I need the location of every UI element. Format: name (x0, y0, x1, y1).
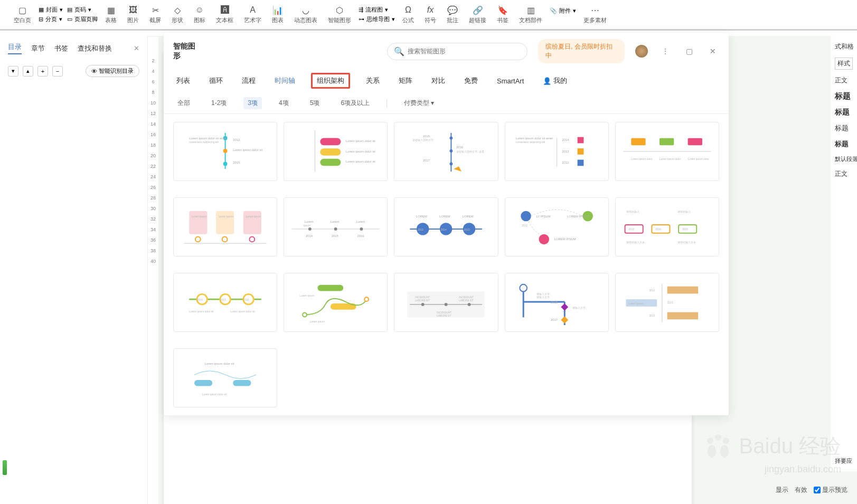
search-input[interactable] (408, 47, 521, 55)
more-button[interactable]: ⋯更多素材 (580, 3, 610, 26)
cat-process[interactable]: 流程 (239, 74, 259, 88)
smart-button[interactable]: ⬡智能图形 (325, 3, 354, 26)
cat-list[interactable]: 列表 (173, 74, 193, 88)
search-box[interactable]: 🔍 (387, 43, 528, 60)
filter-3[interactable]: 3项 (243, 97, 262, 109)
template-thumb[interactable]: 201320142015LOREMLOREMLOREM (394, 197, 498, 256)
wordart-button[interactable]: A艺术字 (241, 3, 265, 26)
screenshot-button[interactable]: ✂截屏 (146, 3, 164, 26)
cover-button[interactable]: ▦封面▾ (39, 6, 63, 14)
template-thumb[interactable]: Lorem ipsum dolor sit ametconsectetur ad… (173, 122, 277, 181)
svg-rect-127 (667, 287, 698, 294)
hf-button[interactable]: ▭页眉页脚 (67, 15, 98, 23)
filter-all[interactable]: 全部 (173, 97, 194, 109)
template-thumb[interactable]: Lorem ipsum dolor sit ametconsectetur ad… (505, 122, 609, 181)
svg-text:LABORE ET: LABORE ET (437, 315, 451, 317)
style-title2[interactable]: 标题 (835, 108, 853, 117)
hyperlink-button[interactable]: 🔗超链接 (466, 3, 489, 26)
sidebar-tab-chapter[interactable]: 章节 (31, 44, 45, 53)
dropdown-icon: ▾ (60, 6, 63, 13)
sidebar-tab-toc[interactable]: 目录 (8, 42, 22, 54)
preview-checkbox[interactable]: 显示预览 (814, 486, 847, 495)
template-thumb[interactable]: 201420152016Lorem ipsum dolor sitLorem i… (173, 273, 277, 332)
style-body[interactable]: 正文 (835, 76, 853, 85)
chart-button[interactable]: 📊图表 (269, 3, 287, 26)
split-button[interactable]: ⊟分页▾ (39, 15, 63, 23)
blank-page-button[interactable]: ▢ 空白页 (11, 3, 34, 26)
textbox-icon: 🅰 (220, 5, 230, 15)
cat-mine[interactable]: 👤我的 (540, 74, 570, 88)
paytype-dropdown[interactable]: 付费类型 ▾ (400, 97, 438, 109)
pic-button[interactable]: 🖼图片 (124, 3, 142, 26)
svg-text:LOREM IPSUM: LOREM IPSUM (554, 237, 576, 241)
style-title3[interactable]: 标题 (835, 123, 853, 133)
template-thumb[interactable]: 2015这处输入您的文字2016这处输入您的文字, 这是2017 (394, 122, 498, 181)
panel-more-button[interactable]: ⋮ (658, 47, 672, 55)
flowchart-button[interactable]: ⇶流程图▾ (359, 6, 395, 14)
template-thumb[interactable]: Lorem ipsumLorem ipsumLorem ipsum (173, 197, 277, 256)
remove-button[interactable]: − (52, 66, 63, 77)
svg-rect-28 (577, 160, 583, 166)
style-title4[interactable]: 标题 (835, 139, 853, 149)
filter-5[interactable]: 5项 (306, 97, 324, 109)
template-thumb[interactable]: 请输入文字,请输入文字.2015请输入文字,2017 (505, 273, 609, 332)
svg-text:LABORE ET: LABORE ET (415, 299, 429, 302)
template-thumb[interactable]: Lorem ipsumLorem ipsum (284, 273, 388, 332)
svg-text:2015: 2015 (220, 299, 226, 301)
comment-button[interactable]: 💬批注 (444, 3, 462, 26)
attach-button[interactable]: 📎附件▾ (550, 7, 576, 15)
panel-header: 智能图形 🔍 缤纷夏日, 会员限时折扣中 ⋮ ▢ ✕ (164, 33, 729, 70)
icon-button[interactable]: ☺图标 (191, 3, 209, 26)
filter-4[interactable]: 4项 (275, 97, 293, 109)
filter-6plus[interactable]: 6项及以上 (336, 97, 374, 109)
cat-compare[interactable]: 对比 (428, 74, 448, 88)
template-thumb[interactable]: LoremipsumLoremLorem201420152016 (284, 197, 388, 256)
filter-12[interactable]: 1-2项 (207, 97, 231, 109)
add-button[interactable]: + (37, 66, 48, 77)
sidebar-tab-find[interactable]: 查找和替换 (78, 44, 112, 53)
expand-button[interactable]: ▴ (23, 66, 33, 77)
cat-orgchart[interactable]: 组织架构 (311, 73, 350, 89)
recognize-toc-button[interactable]: 👁智能识别目录 (86, 65, 139, 77)
mindmap-button[interactable]: ⊶思维导图▾ (359, 15, 395, 23)
cat-free[interactable]: 免费 (461, 74, 481, 88)
template-thumb[interactable]: INCIDIDUNTLABORE ETINCIDIDUNTLABORE ETIN… (394, 273, 498, 332)
promo-badge[interactable]: 缤纷夏日, 会员限时折扣中 (538, 39, 625, 63)
template-thumb[interactable]: Lorem ipsum dolorLorem ipsum dolorLorem … (615, 122, 719, 181)
bookmark-button[interactable]: 🔖书签 (494, 3, 512, 26)
panel-max-button[interactable]: ▢ (683, 47, 696, 55)
cat-cycle[interactable]: 循环 (206, 74, 226, 88)
cat-matrix[interactable]: 矩阵 (395, 74, 416, 88)
collapse-button[interactable]: ▾ (8, 66, 18, 77)
style-title1[interactable]: 标题 (835, 91, 853, 101)
pagenum-button[interactable]: ▤页码▾ (67, 6, 98, 14)
textbox-button[interactable]: 🅰文本框 (213, 3, 237, 26)
template-thumb[interactable]: 201220132015Lorem ipsum (615, 273, 719, 332)
style-body2[interactable]: 正文 (835, 169, 853, 178)
effective-label[interactable]: 有效 (795, 486, 807, 495)
docpart-button[interactable]: ▥文档部件 (516, 3, 545, 26)
sidebar-close-button[interactable]: ✕ (134, 44, 139, 52)
style-style[interactable]: 样式 (835, 58, 853, 70)
template-thumb[interactable]: LY IPSUMLOREM IPSUMLOREM IPSUM2012 (505, 197, 609, 256)
dynchart-button[interactable]: ◡动态图表 (291, 3, 321, 26)
svg-text:请输入文字.: 请输入文字. (536, 296, 550, 299)
table-button[interactable]: ▦表格 (102, 3, 120, 26)
formula-button[interactable]: Ω公式 (399, 3, 417, 26)
sidebar-tab-bookmark[interactable]: 书签 (54, 44, 68, 53)
template-thumb[interactable]: 201220162019请在此输入请在此输入请在此输入文本请在此输入文本 (615, 197, 719, 256)
cover-icon: ▦ (39, 6, 44, 13)
style-default[interactable]: 默认段落 (835, 155, 853, 163)
cat-smartart[interactable]: SmartArt (494, 75, 527, 87)
cat-relation[interactable]: 关系 (363, 74, 383, 88)
user-avatar[interactable] (635, 45, 648, 58)
panel-close-button[interactable]: ✕ (707, 47, 719, 55)
shape-button[interactable]: ◇形状 (168, 3, 186, 26)
cat-timeline[interactable]: 时间轴 (271, 74, 298, 88)
symbol-button[interactable]: fx符号 (421, 3, 439, 26)
screenshot-icon: ✂ (150, 5, 161, 15)
svg-point-2 (223, 149, 228, 153)
template-thumb[interactable]: Lorem ipsum dolor sitLorem ipsum dolor s… (284, 122, 388, 181)
svg-text:2016: 2016 (357, 234, 364, 237)
template-thumb[interactable]: Lorem ipsum dolor sitLorem ipsum dolor s… (173, 348, 277, 407)
